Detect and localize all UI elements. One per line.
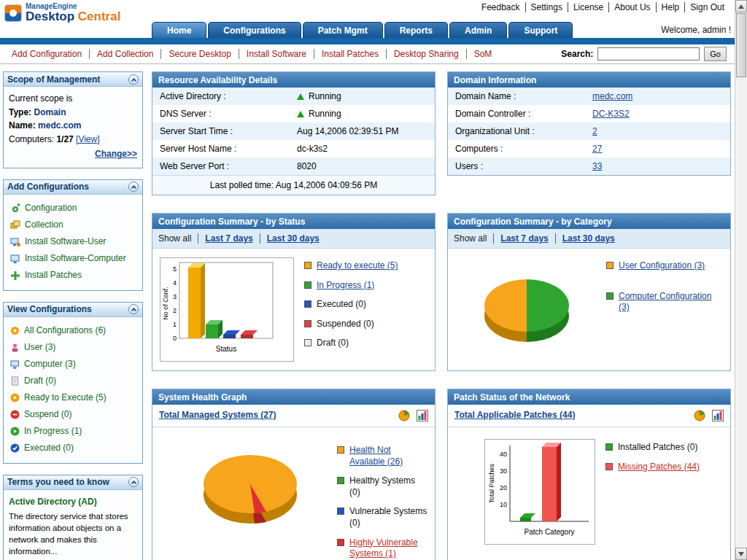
sidebar-link-executed[interactable]: Executed (0) [24, 443, 74, 454]
scope-computers-label: Computers: [9, 134, 54, 144]
bar-chart-icon[interactable] [712, 410, 724, 421]
about-us-link[interactable]: About Us [609, 2, 656, 12]
sidebar-link-draft-configs[interactable]: Draft (0) [24, 376, 56, 386]
patch-bar-chart: 10 20 30 40 Patch Category Total Patches [484, 439, 595, 545]
add-collection-link[interactable]: Add Collection [90, 49, 161, 59]
last-7-days-filter[interactable]: Last 7 days [494, 233, 555, 244]
legend-link-in-progress[interactable]: In Progress (1) [317, 280, 374, 292]
legend-swatch [304, 281, 311, 289]
scroll-down-button[interactable] [735, 548, 747, 560]
collapse-icon[interactable] [128, 182, 139, 192]
sidebar-link-install-software-user[interactable]: Install Software-User [25, 236, 106, 247]
domain-controller-link[interactable]: DC-K3S2 [592, 109, 630, 119]
sidebar-link-in-progress[interactable]: In Progress (1) [24, 426, 82, 437]
resource-availability-panel: Resource Availability Details Active Dir… [152, 71, 436, 195]
pie-chart-icon[interactable] [694, 410, 705, 421]
sidebar-link-install-patches[interactable]: Install Patches [25, 270, 82, 281]
tab-home[interactable]: Home [152, 22, 206, 38]
scope-name-label: Name: [9, 120, 36, 131]
sidebar-link-ready-to-execute[interactable]: Ready to Execute (5) [24, 392, 107, 403]
domain-name-link[interactable]: medc.com [592, 91, 632, 101]
collection-icon [10, 220, 20, 230]
term-name: Active Directory (AD) [9, 495, 137, 509]
legend-swatch [606, 262, 614, 269]
pie-chart-icon[interactable] [398, 410, 410, 421]
collapse-icon[interactable] [128, 304, 139, 314]
sidebar-link-suspend-configs[interactable]: Suspend (0) [24, 409, 71, 420]
executed-icon [10, 443, 20, 453]
last-30-days-filter[interactable]: Last 30 days [260, 233, 326, 244]
tab-configurations[interactable]: Configurations [208, 22, 301, 38]
show-all-filter[interactable]: Show all [158, 233, 198, 244]
last-30-days-filter[interactable]: Last 30 days [556, 233, 622, 244]
legend-link-highly-vulnerable[interactable]: Highly Vulnerable Systems (1) [349, 537, 427, 560]
show-all-filter[interactable]: Show all [454, 233, 494, 244]
search-go-button[interactable]: Go [704, 47, 727, 61]
bar-in-progress [206, 324, 218, 338]
legend-item: Draft (0) [304, 338, 398, 349]
legend-link-computer-configuration[interactable]: Computer Configuration (3) [619, 291, 723, 314]
secure-desktop-link[interactable]: Secure Desktop [161, 49, 239, 59]
config-summary-status-panel: Configuration Summary - by Status Show a… [152, 213, 436, 371]
table-row: Domain Name : medc.com [448, 88, 730, 105]
list-item: Collection [9, 217, 137, 233]
computer-icon [10, 359, 20, 369]
list-item: All Configurations (6) [9, 322, 137, 339]
suspend-icon [10, 410, 20, 419]
date-filter-row: Show all Last 7 days Last 30 days [448, 229, 730, 249]
legend-link-missing-patches[interactable]: Missing Patches (44) [618, 462, 700, 473]
search-label: Search: [561, 49, 593, 59]
organizational-unit-link[interactable]: 2 [592, 126, 597, 136]
list-item: Executed (0) [9, 440, 137, 456]
legend-item: Vulnerable Systems (0) [337, 506, 427, 529]
collapse-icon[interactable] [128, 74, 139, 85]
total-applicable-patches-link[interactable]: Total Applicable Patches (44) [454, 410, 575, 421]
computers-count-link[interactable]: 27 [592, 144, 602, 154]
tab-patch-mgmt[interactable]: Patch Mgmt [303, 22, 383, 38]
legend-swatch [606, 292, 614, 300]
feedback-link[interactable]: Feedback [476, 2, 526, 12]
legend-link-health-not-available[interactable]: Health Not Available (26) [349, 445, 427, 467]
settings-link[interactable]: Settings [526, 2, 568, 12]
status-bar-chart: 0 1 2 3 4 5 [160, 257, 294, 362]
total-managed-systems-link[interactable]: Total Managed Systems (27) [159, 410, 276, 421]
tab-admin[interactable]: Admin [449, 22, 507, 38]
legend-link-user-configuration[interactable]: User Configuration (3) [619, 260, 705, 272]
scroll-up-button[interactable] [735, 0, 747, 12]
tab-reports[interactable]: Reports [384, 22, 448, 38]
sidebar-link-configuration[interactable]: Configuration [25, 203, 77, 214]
collapse-icon[interactable] [128, 477, 139, 487]
tab-support[interactable]: Support [508, 22, 573, 38]
sign-out-link[interactable]: Sign Out [685, 2, 729, 12]
domain-information-panel: Domain Information Domain Name : medc.co… [447, 71, 731, 176]
license-link[interactable]: License [568, 2, 609, 12]
desktop-sharing-link[interactable]: Desktop Sharing [387, 49, 467, 59]
sidebar-link-user-configs[interactable]: User (3) [24, 342, 55, 353]
view-configurations-panel: View Configurations All Configurations (… [3, 302, 143, 464]
install-patches-link[interactable]: Install Patches [314, 49, 387, 59]
sidebar-link-computer-configs[interactable]: Computer (3) [24, 359, 76, 370]
sidebar-link-all-configurations[interactable]: All Configurations (6) [24, 325, 106, 336]
sidebar: Scope of Management Current scope is Typ… [3, 71, 143, 560]
install-software-link[interactable]: Install Software [239, 49, 314, 59]
scope-of-management-panel: Scope of Management Current scope is Typ… [3, 71, 143, 168]
last-7-days-filter[interactable]: Last 7 days [198, 233, 260, 244]
help-link[interactable]: Help [657, 2, 686, 12]
legend-link-ready[interactable]: Ready to execute (5) [317, 260, 398, 272]
add-configuration-link[interactable]: Add Configuration [4, 49, 90, 59]
view-computers-link[interactable]: [View] [76, 134, 99, 144]
bar-chart-icon[interactable] [417, 410, 428, 421]
term-definition: The directory service that stores inform… [9, 510, 137, 557]
legend-item: Highly Vulnerable Systems (1) [337, 537, 427, 560]
users-count-link[interactable]: 33 [592, 161, 602, 171]
sidebar-link-install-software-computer[interactable]: Install Software-Computer [25, 253, 126, 264]
svg-text:30: 30 [500, 467, 507, 475]
change-scope-link[interactable]: Change>> [95, 149, 137, 159]
scrollbar-thumb[interactable] [736, 13, 746, 77]
bar-missing-patches [542, 447, 557, 521]
som-link[interactable]: SoM [467, 49, 500, 59]
main-nav-tabs: Home Configurations Patch Mgmt Reports A… [152, 22, 574, 38]
sidebar-link-collection[interactable]: Collection [25, 219, 63, 230]
vertical-scrollbar[interactable] [735, 0, 747, 560]
search-input[interactable] [597, 47, 700, 61]
